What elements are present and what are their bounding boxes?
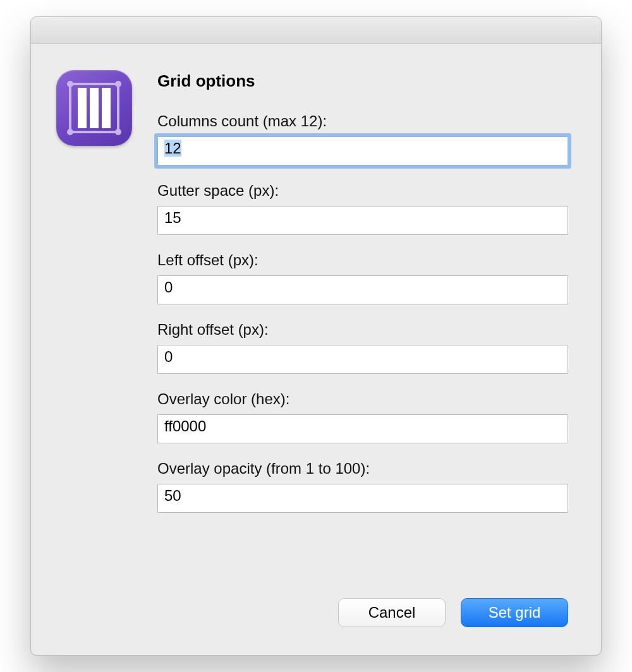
dialog-titlebar[interactable] <box>31 17 601 44</box>
grid-app-icon <box>56 70 132 146</box>
cancel-button[interactable]: Cancel <box>338 598 446 627</box>
set-grid-button[interactable]: Set grid <box>461 598 568 627</box>
gutter-space-input[interactable]: 15 <box>157 206 568 235</box>
svg-rect-6 <box>90 88 99 128</box>
svg-point-3 <box>67 129 73 135</box>
gutter-space-label: Gutter space (px): <box>157 182 568 200</box>
right-offset-input[interactable]: 0 <box>157 345 568 374</box>
svg-point-4 <box>115 129 121 135</box>
left-offset-input[interactable]: 0 <box>157 275 568 304</box>
overlay-opacity-label: Overlay opacity (from 1 to 100): <box>157 460 568 477</box>
svg-rect-5 <box>78 88 87 128</box>
svg-rect-7 <box>102 88 111 128</box>
overlay-color-label: Overlay color (hex): <box>157 390 568 408</box>
right-offset-label: Right offset (px): <box>157 321 568 339</box>
svg-point-2 <box>115 81 121 87</box>
overlay-color-input[interactable]: ff0000 <box>157 414 568 443</box>
columns-count-label: Columns count (max 12): <box>157 112 568 130</box>
overlay-opacity-input[interactable]: 50 <box>157 484 568 513</box>
dialog-heading: Grid options <box>157 71 568 91</box>
grid-options-dialog: Grid options Columns count (max 12): 12 … <box>30 16 602 656</box>
svg-point-1 <box>67 81 73 87</box>
columns-count-input[interactable]: 12 <box>157 136 568 165</box>
left-offset-label: Left offset (px): <box>157 251 568 269</box>
